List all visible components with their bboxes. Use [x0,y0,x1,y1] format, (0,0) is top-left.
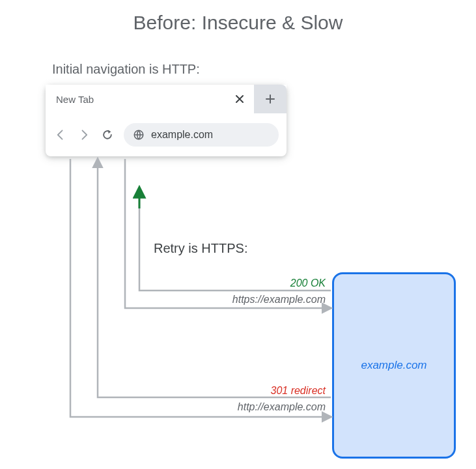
tab-label: New Tab [56,94,94,105]
url-https: https://example.com [195,294,326,306]
server-box: example.com [332,272,456,459]
server-label: example.com [361,359,427,372]
status-301: 301 redirect [195,385,326,397]
omnibox-text: example.com [151,129,213,141]
diagram-title: Before: Insecure & Slow [0,12,476,34]
forward-icon[interactable] [77,128,91,142]
globe-icon [133,129,145,141]
diagram-subtitle: Initial navigation is HTTP: [52,62,200,77]
new-tab-button[interactable] [254,85,287,113]
retry-caption: Retry is HTTPS: [154,241,247,256]
close-icon[interactable] [233,92,246,106]
back-icon[interactable] [53,128,68,142]
url-http: http://example.com [195,401,326,413]
browser-window: New Tab example.co [46,85,287,156]
status-200: 200 OK [195,277,326,289]
browser-tab[interactable]: New Tab [46,85,254,113]
browser-toolbar: example.com [46,113,287,156]
tab-strip: New Tab [46,85,287,113]
reload-icon[interactable] [100,128,115,142]
diagram-stage: Before: Insecure & Slow Initial navigati… [0,0,476,469]
omnibox[interactable]: example.com [124,123,279,147]
